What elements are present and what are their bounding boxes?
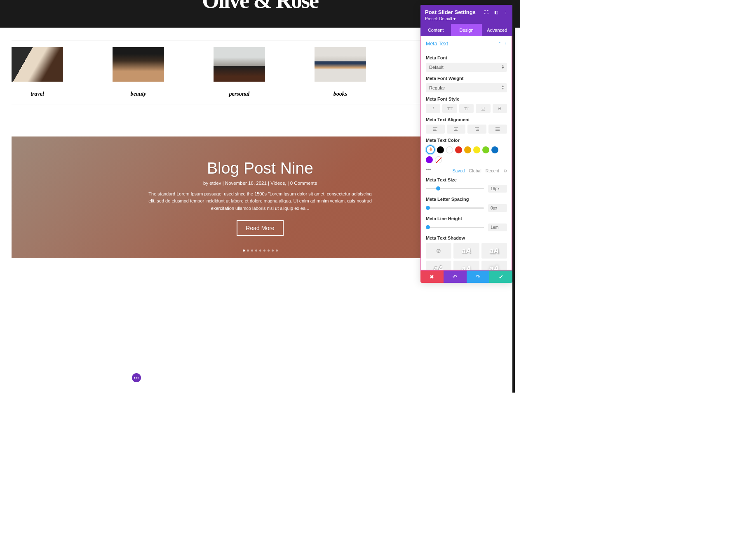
category-personal[interactable]: personal	[214, 47, 265, 97]
preset-selector[interactable]: Preset: Default ▾	[425, 16, 508, 21]
category-label: beauty	[113, 91, 164, 97]
align-justify-button[interactable]	[488, 125, 507, 134]
select-meta-font-weight[interactable]: Regular▴▾	[426, 83, 507, 92]
style-smallcaps-button[interactable]: Tᴛ	[459, 104, 474, 113]
color-swatch[interactable]	[473, 146, 480, 153]
svg-line-0	[436, 158, 441, 163]
gear-icon[interactable]: ⚙	[503, 169, 507, 173]
color-swatch[interactable]	[464, 146, 471, 153]
label-meta-font: Meta Font	[426, 55, 507, 60]
save-button[interactable]: ✔	[489, 271, 512, 283]
more-colors-button[interactable]: •••	[426, 166, 431, 173]
color-swatch[interactable]	[437, 146, 444, 153]
shadow-preset-button[interactable]: aA	[481, 261, 507, 271]
section-title: Meta Text	[426, 41, 448, 47]
lineheight-input[interactable]: 1em	[488, 224, 507, 231]
label-meta-spacing: Meta Letter Spacing	[426, 197, 507, 202]
tab-content[interactable]: Content	[420, 24, 451, 36]
expand-icon[interactable]: ⛶	[484, 10, 488, 14]
pagination-dot[interactable]	[243, 249, 245, 252]
tab-design[interactable]: Design	[451, 24, 481, 36]
category-label: books	[315, 91, 366, 97]
read-more-button[interactable]: Read More	[237, 220, 283, 236]
shadow-preset-button[interactable]: aA	[453, 261, 479, 271]
label-meta-alignment: Meta Text Alignment	[426, 117, 507, 122]
size-input[interactable]: 16px	[488, 185, 507, 193]
style-strikethrough-button[interactable]: S	[493, 104, 507, 113]
color-swatch[interactable]	[482, 146, 489, 153]
style-uppercase-button[interactable]: TT	[442, 104, 457, 113]
panel-title: Post Slider Settings	[425, 9, 476, 15]
palette-recent-tab[interactable]: Recent	[486, 168, 499, 173]
pagination-dot[interactable]	[247, 249, 249, 252]
pagination-dot[interactable]	[259, 249, 261, 252]
pagination-dot[interactable]	[263, 249, 265, 252]
lineheight-slider[interactable]	[426, 227, 484, 228]
post-meta: by etdev | November 18, 2021 | Videos, |…	[145, 181, 376, 186]
settings-panel: Post Slider Settings ⛶ ◧ ⋮ Preset: Defau…	[420, 5, 512, 283]
label-meta-shadow: Meta Text Shadow	[426, 235, 507, 240]
style-italic-button[interactable]: I	[426, 104, 440, 113]
spacing-slider[interactable]	[426, 207, 484, 209]
label-meta-font-style: Meta Font Style	[426, 96, 507, 101]
slider-pagination	[12, 249, 509, 252]
category-beauty[interactable]: beauty	[113, 47, 164, 97]
undo-button[interactable]: ↶	[444, 271, 467, 283]
panel-header: Post Slider Settings ⛶ ◧ ⋮ Preset: Defau…	[420, 5, 512, 24]
style-underline-button[interactable]: U	[476, 104, 490, 113]
panel-body: Meta Text ˄⋮ Meta Font Default▴▾ Meta Fo…	[420, 36, 512, 271]
palette-global-tab[interactable]: Global	[469, 168, 481, 173]
label-meta-size: Meta Text Size	[426, 177, 507, 182]
category-image	[12, 47, 63, 82]
post-title: Blog Post Nine	[145, 159, 376, 178]
pagination-dot[interactable]	[276, 249, 278, 252]
color-none-button[interactable]	[435, 156, 442, 163]
category-label: travel	[12, 91, 63, 97]
chevron-up-icon[interactable]: ˄	[499, 42, 501, 46]
tab-advanced[interactable]: Advanced	[482, 24, 512, 36]
label-meta-font-weight: Meta Font Weight	[426, 76, 507, 81]
color-swatch[interactable]	[491, 146, 498, 153]
more-icon[interactable]: ⋮	[504, 10, 508, 14]
pagination-dot[interactable]	[255, 249, 257, 252]
category-travel[interactable]: travel	[12, 47, 63, 97]
label-meta-color: Meta Text Color	[426, 138, 507, 143]
align-center-button[interactable]	[447, 125, 466, 134]
panel-tabs: Content Design Advanced	[420, 24, 512, 36]
site-title: Olive & Rose	[202, 0, 318, 13]
pagination-dot[interactable]	[268, 249, 270, 252]
label-meta-lineheight: Meta Line Height	[426, 216, 507, 221]
spacing-input[interactable]: 0px	[488, 204, 507, 212]
color-swatch[interactable]	[426, 156, 433, 163]
size-slider[interactable]	[426, 188, 484, 189]
redo-button[interactable]: ↷	[467, 271, 490, 283]
section-meta-text[interactable]: Meta Text ˄⋮	[426, 36, 507, 51]
pagination-dot[interactable]	[272, 249, 274, 252]
shadow-preset-button[interactable]: aA	[426, 261, 451, 271]
palette-saved-tab[interactable]: Saved	[453, 168, 465, 173]
category-books[interactable]: books	[315, 47, 366, 97]
color-swatch[interactable]	[455, 146, 462, 153]
category-image	[113, 47, 164, 82]
category-image	[214, 47, 265, 82]
pagination-dot[interactable]	[251, 249, 253, 252]
more-icon[interactable]: ⋮	[503, 42, 507, 46]
category-image	[315, 47, 366, 82]
cancel-button[interactable]: ✖	[420, 271, 444, 283]
right-edge-bar	[512, 0, 515, 393]
align-left-button[interactable]	[426, 125, 445, 134]
align-right-button[interactable]	[467, 125, 486, 134]
color-swatch[interactable]	[446, 146, 453, 153]
select-meta-font[interactable]: Default▴▾	[426, 63, 507, 72]
columns-icon[interactable]: ◧	[494, 10, 498, 14]
panel-footer: ✖ ↶ ↷ ✔	[420, 271, 512, 283]
builder-fab-button[interactable]: •••	[132, 373, 141, 382]
category-label: personal	[214, 91, 265, 97]
post-excerpt: The standard Lorem Ipsum passage, used s…	[145, 191, 376, 212]
color-picker-button[interactable]	[426, 145, 435, 154]
